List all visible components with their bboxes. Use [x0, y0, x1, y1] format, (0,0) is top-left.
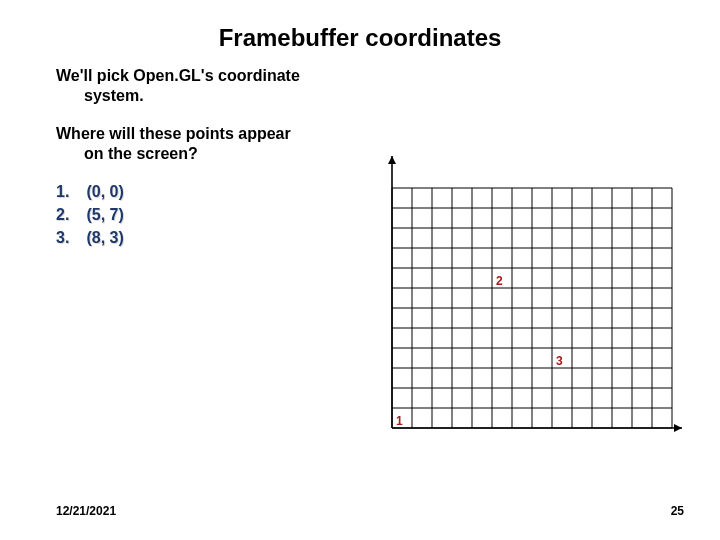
slide-title: Framebuffer coordinates [0, 0, 720, 66]
svg-marker-31 [388, 156, 396, 164]
item-coord: (0, 0) [82, 183, 123, 200]
grid-point-label-3: 3 [556, 354, 563, 368]
item-coord: (8, 3) [82, 229, 123, 246]
footer-date: 12/21/2021 [56, 504, 116, 518]
coordinate-grid: 1 2 3 [382, 148, 692, 448]
item-number: 2. [56, 205, 78, 226]
footer-page-number: 25 [671, 504, 684, 518]
item-number: 1. [56, 182, 78, 203]
item-number: 3. [56, 228, 78, 249]
intro-line1: We'll pick Open.GL's coordinate [56, 67, 300, 84]
intro-paragraph: We'll pick Open.GL's coordinate system. [56, 66, 396, 106]
intro-line2: system. [56, 86, 396, 106]
svg-marker-29 [674, 424, 682, 432]
question-line1: Where will these points appear [56, 125, 291, 142]
question-paragraph: Where will these points appear on the sc… [56, 124, 396, 164]
grid-svg [382, 148, 692, 448]
grid-point-label-2: 2 [496, 274, 503, 288]
grid-point-label-1: 1 [396, 414, 403, 428]
item-coord: (5, 7) [82, 206, 123, 223]
question-line2: on the screen? [56, 144, 396, 164]
slide-footer: 12/21/2021 25 [56, 504, 684, 518]
